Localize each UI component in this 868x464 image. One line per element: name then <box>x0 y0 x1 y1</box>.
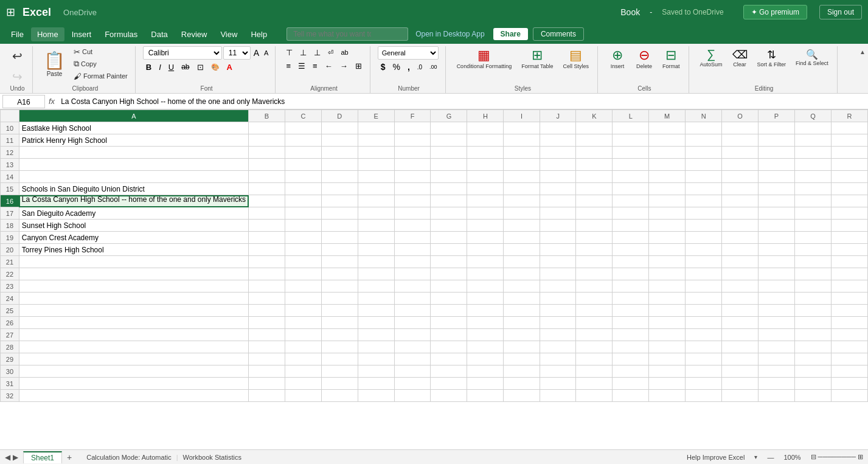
cell[interactable] <box>504 122 540 134</box>
cell[interactable] <box>831 159 867 171</box>
cell[interactable] <box>576 390 613 402</box>
cell[interactable] <box>321 232 358 244</box>
cell[interactable] <box>686 365 722 378</box>
cell[interactable] <box>613 305 649 317</box>
cell[interactable] <box>504 268 540 280</box>
cell[interactable] <box>321 329 358 341</box>
row-header-21[interactable]: 21 <box>1 256 19 268</box>
col-header-P[interactable]: P <box>759 110 795 122</box>
row-header-31[interactable]: 31 <box>1 378 19 390</box>
cell[interactable] <box>467 353 504 365</box>
cell[interactable] <box>467 244 504 256</box>
col-header-I[interactable]: I <box>504 110 540 122</box>
cell[interactable] <box>467 207 504 220</box>
cell[interactable] <box>576 244 613 256</box>
cell[interactable] <box>285 134 321 147</box>
cell[interactable] <box>794 390 831 402</box>
cell[interactable] <box>576 195 613 207</box>
cell[interactable] <box>722 293 759 305</box>
cell[interactable] <box>321 305 358 317</box>
cell[interactable] <box>613 365 649 378</box>
font-name-select[interactable]: Calibri <box>143 46 222 60</box>
cell[interactable] <box>358 293 394 305</box>
cell[interactable] <box>467 390 504 402</box>
col-header-R[interactable]: R <box>831 110 867 122</box>
cell[interactable] <box>613 147 649 159</box>
cell[interactable] <box>504 183 540 195</box>
cell[interactable] <box>576 329 613 341</box>
cell[interactable]: Canyon Crest Academy <box>19 232 248 244</box>
cell[interactable] <box>649 195 686 207</box>
cell[interactable] <box>686 268 722 280</box>
undo-button[interactable]: ↩ <box>9 46 26 66</box>
row-header-17[interactable]: 17 <box>1 207 19 220</box>
cell[interactable] <box>394 305 431 317</box>
cell[interactable]: La Costa Canyon High School -- home of t… <box>19 195 248 207</box>
cell[interactable] <box>285 159 321 171</box>
cell[interactable] <box>249 353 285 365</box>
cell[interactable] <box>249 207 285 220</box>
cell[interactable] <box>831 293 867 305</box>
cell[interactable] <box>540 317 576 329</box>
cell[interactable] <box>358 353 394 365</box>
cell[interactable] <box>759 317 795 329</box>
cell[interactable] <box>249 256 285 268</box>
cell[interactable] <box>613 232 649 244</box>
cell[interactable] <box>759 268 795 280</box>
cell[interactable] <box>686 220 722 232</box>
cell[interactable] <box>358 159 394 171</box>
menu-file[interactable]: File <box>5 27 30 41</box>
cell[interactable] <box>759 171 795 183</box>
cell[interactable] <box>321 183 358 195</box>
cell[interactable] <box>649 256 686 268</box>
cell[interactable] <box>285 256 321 268</box>
cell[interactable] <box>504 134 540 147</box>
col-header-L[interactable]: L <box>613 110 649 122</box>
cell[interactable] <box>759 159 795 171</box>
underline-button[interactable]: U <box>165 61 177 73</box>
cell[interactable]: Patrick Henry High School <box>19 134 248 147</box>
sheet1-tab[interactable]: Sheet1 <box>23 451 62 463</box>
cell[interactable] <box>613 207 649 220</box>
cell[interactable] <box>321 353 358 365</box>
cell[interactable] <box>722 147 759 159</box>
cell[interactable] <box>431 256 467 268</box>
cell[interactable] <box>649 378 686 390</box>
cell[interactable] <box>613 159 649 171</box>
cell[interactable] <box>722 280 759 293</box>
cell[interactable] <box>431 365 467 378</box>
cell[interactable] <box>613 195 649 207</box>
cell[interactable] <box>794 268 831 280</box>
cell[interactable] <box>540 171 576 183</box>
menu-insert[interactable]: Insert <box>66 27 98 41</box>
row-header-14[interactable]: 14 <box>1 171 19 183</box>
cell[interactable] <box>722 183 759 195</box>
cell[interactable] <box>649 171 686 183</box>
cell[interactable] <box>794 280 831 293</box>
cell[interactable] <box>722 134 759 147</box>
delete-cells-button[interactable]: ⊖ Delete <box>632 46 656 71</box>
cell[interactable] <box>759 293 795 305</box>
menu-data[interactable]: Data <box>145 27 173 41</box>
cell[interactable] <box>394 353 431 365</box>
cell[interactable] <box>431 183 467 195</box>
cell[interactable] <box>358 329 394 341</box>
cell[interactable] <box>649 293 686 305</box>
cell[interactable] <box>285 365 321 378</box>
cell[interactable] <box>19 390 248 402</box>
menu-review[interactable]: Review <box>175 27 214 41</box>
cell[interactable] <box>467 341 504 353</box>
cell[interactable] <box>686 207 722 220</box>
cell[interactable] <box>358 232 394 244</box>
cell[interactable] <box>831 341 867 353</box>
cell[interactable] <box>394 195 431 207</box>
cell[interactable] <box>649 329 686 341</box>
cell[interactable] <box>576 207 613 220</box>
conditional-formatting-button[interactable]: ▦ Conditional Formatting <box>453 46 516 71</box>
cell[interactable] <box>794 293 831 305</box>
cell[interactable] <box>504 171 540 183</box>
cell[interactable] <box>19 147 248 159</box>
cell[interactable] <box>686 329 722 341</box>
cell[interactable] <box>831 134 867 147</box>
cell[interactable] <box>831 220 867 232</box>
